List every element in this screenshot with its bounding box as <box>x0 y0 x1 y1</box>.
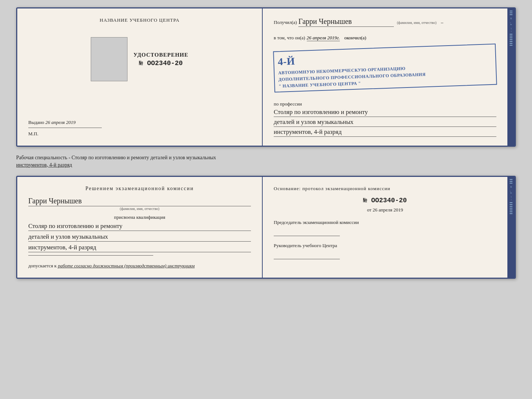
bottom-right-spine: и ,а ←- <box>507 177 515 278</box>
допускается-value: работе согласно должностным (производств… <box>58 263 194 268</box>
bottom-right-panel: Основание: протокол экзаменационной коми… <box>263 177 507 278</box>
from-date: 26 апреля 2019 <box>373 207 403 213</box>
director-sig-line <box>274 259 340 259</box>
photo-placeholder <box>91 37 127 81</box>
mp-label: М.П. <box>28 131 251 137</box>
issued-date: 26 апреля 2019 <box>46 120 76 125</box>
profession-section: по профессии Столяр по изготовлению и ре… <box>274 98 496 137</box>
issued-label: Выдано <box>28 120 44 125</box>
top-left-panel: НАЗВАНИЕ УЧЕБНОГО ЦЕНТРА УДОСТОВЕРЕНИЕ №… <box>17 8 263 146</box>
top-right-panel: Получил(а) Гарри Чернышев (фамилия, имя,… <box>263 8 507 146</box>
profession-line1: Столяр по изготовлению и ремонту <box>274 108 496 117</box>
cert-number: № OO2340-20 <box>133 60 188 67</box>
tom-row: в том, что он(а) 26 апреля 2019г. окончи… <box>274 34 496 41</box>
qual-line1: Столяр по изготовлению и ремонту <box>28 222 251 231</box>
tom-date: 26 апреля 2019г. <box>307 35 340 41</box>
basis-label: Основание: протокол экзаменационной коми… <box>274 186 496 192</box>
from-date-row: от 26 апреля 2019 <box>274 207 496 213</box>
stamp-box: 4-й АВТОНОМНУЮ НЕКОММЕРЧЕСКУЮ ОРГАНИЗАЦИ… <box>273 43 497 92</box>
caption-text2: инструментов, 4-й разряд <box>16 162 72 168</box>
qual-line2: деталей и узлов музыкальных <box>28 233 251 242</box>
right-spine: и ,а ←- <box>507 8 515 146</box>
recipient-prefix: Получил(а) <box>274 19 297 25</box>
tom-prefix: в том, что он(а) <box>274 35 305 40</box>
bottom-name: Гарри Чернышев <box>28 197 251 206</box>
spine-text-arrow: ←- <box>510 27 513 33</box>
caption-text1: Рабочая специальность - Столяр по изгото… <box>16 155 216 160</box>
profession-label: по профессии <box>274 101 496 107</box>
protocol-number: № OO2340-20 <box>274 197 496 204</box>
chairman-sig-line <box>274 236 340 236</box>
bottom-document: Решением экзаменационной комиссии Гарри … <box>16 176 516 279</box>
spine-b-а: ,а <box>510 191 513 195</box>
recipient-hint: (фамилия, имя, отчество) <box>397 21 436 25</box>
qual-line3: инструментов, 4-й разряд <box>28 244 251 252</box>
cert-label: УДОСТОВЕРЕНИЕ <box>133 52 188 58</box>
spine-b-arrow: ←- <box>510 196 513 201</box>
chairman-label: Председатель экзаменационной комиссии <box>274 220 496 225</box>
director-label: Руководитель учебного Центра <box>274 243 496 249</box>
spine-text-а: ,а <box>510 22 513 26</box>
profession-line3: инструментов, 4-й разряд <box>274 128 496 137</box>
issued-line: Выдано 26 апреля 2019 <box>28 120 251 125</box>
bottom-name-hint: (фамилия, имя, отчество) <box>28 207 251 211</box>
decision-title: Решением экзаменационной комиссии <box>28 186 251 192</box>
okончил-label: окончил(а) <box>344 35 366 40</box>
assigned-label: присвоена квалификация <box>28 214 251 220</box>
from-label: от <box>367 207 371 213</box>
recipient-row: Получил(а) Гарри Чернышев (фамилия, имя,… <box>274 17 496 27</box>
spine-b-и: и <box>510 186 513 188</box>
допускается-label: допускается к <box>28 263 57 268</box>
допускается-row: допускается к работе согласно должностны… <box>28 263 251 269</box>
caption-bar: Рабочая специальность - Столяр по изгото… <box>16 153 516 170</box>
bottom-left-panel: Решением экзаменационной комиссии Гарри … <box>17 177 263 278</box>
profession-line2: деталей и узлов музыкальных <box>274 118 496 127</box>
spine-text-и: и <box>510 18 513 20</box>
top-org-title: НАЗВАНИЕ УЧЕБНОГО ЦЕНТРА <box>100 17 179 23</box>
top-document: НАЗВАНИЕ УЧЕБНОГО ЦЕНТРА УДОСТОВЕРЕНИЕ №… <box>16 7 516 147</box>
recipient-name: Гарри Чернышев <box>298 17 394 27</box>
